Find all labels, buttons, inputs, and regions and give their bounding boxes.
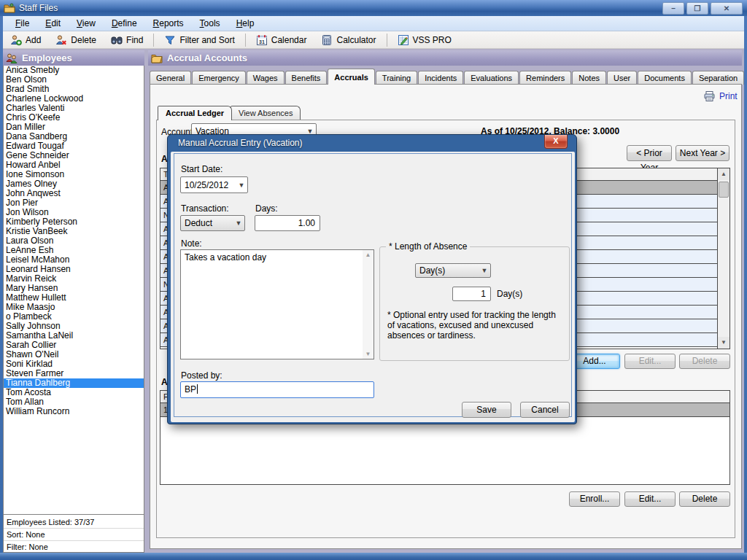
binoculars-icon	[111, 34, 123, 46]
tab-evaluations[interactable]: Evaluations	[464, 71, 519, 85]
menu-help[interactable]: Help	[228, 17, 263, 30]
tab-emergency[interactable]: Emergency	[192, 71, 246, 85]
dialog-content-panel: Start Date: 10/25/2012 ▼ Transaction: De…	[174, 153, 572, 417]
print-label: Print	[719, 91, 738, 101]
calendar-icon: 31	[256, 34, 268, 46]
next-year-button[interactable]: Next Year >	[676, 145, 729, 161]
days-label: Days:	[255, 203, 278, 214]
posted-by-value: BP	[185, 384, 196, 394]
menu-file[interactable]: File	[7, 17, 37, 30]
maximize-button[interactable]: ❐	[686, 2, 708, 15]
toolbar-separator	[387, 34, 387, 47]
transaction-label: Transaction:	[181, 203, 229, 214]
subtab-view-absences[interactable]: View Absences	[231, 106, 301, 120]
dialog-close-button[interactable]: X	[544, 135, 568, 149]
calendar-button[interactable]: 31 Calendar	[249, 32, 314, 48]
menu-tools[interactable]: Tools	[192, 17, 228, 30]
plans-edit-button[interactable]: Edit...	[624, 491, 676, 507]
employees-people-icon	[6, 52, 18, 64]
absence-suffix-label: Day(s)	[497, 289, 522, 299]
plans-delete-button[interactable]: Delete	[679, 491, 730, 507]
accrual-accounts-title: Accrual Accounts	[167, 52, 247, 63]
svg-text:31: 31	[259, 39, 265, 44]
posted-by-label: Posted by:	[181, 370, 222, 381]
vss-pro-button[interactable]: VSS PRO	[390, 32, 459, 48]
add-label: Add	[26, 35, 41, 45]
days-value: 1.00	[255, 216, 320, 228]
manual-accrual-entry-dialog: Manual Accrual Entry (Vacation) X Start …	[167, 134, 577, 424]
window-border-right	[744, 16, 747, 553]
tab-notes[interactable]: Notes	[572, 71, 606, 85]
tab-training[interactable]: Training	[376, 71, 417, 85]
tab-documents[interactable]: Documents	[638, 71, 692, 85]
window-title: Staff Files	[19, 3, 58, 13]
note-label: Note:	[181, 238, 202, 249]
absence-value-input[interactable]: 1	[452, 287, 491, 301]
posted-by-input[interactable]: BP	[180, 381, 374, 398]
add-button[interactable]: Add	[3, 32, 48, 48]
employees-panel-title: Employees	[22, 52, 72, 63]
dialog-title: Manual Accrual Entry (Vacation)	[178, 138, 303, 148]
chevron-down-icon: ▼	[236, 182, 247, 189]
prior-year-button[interactable]: < Prior Year	[627, 145, 672, 161]
vss-pro-icon	[398, 34, 409, 46]
scroll-down-icon[interactable]: ▼	[718, 337, 729, 349]
scroll-up-icon[interactable]: ▲	[363, 252, 374, 258]
note-textarea[interactable]: Takes a vacation day ▲ ▼	[180, 249, 374, 359]
tab-incidents[interactable]: Incidents	[418, 71, 463, 85]
tab-strip: GeneralEmergencyWagesBenefitsAccrualsTra…	[150, 69, 742, 85]
funnel-icon	[164, 34, 176, 46]
close-button[interactable]: ✕	[711, 2, 743, 15]
note-scrollbar[interactable]: ▲ ▼	[363, 250, 374, 359]
folder-icon	[151, 52, 163, 64]
tab-benefits[interactable]: Benefits	[285, 71, 328, 85]
toolbar-separator	[245, 34, 246, 47]
scrollbar-thumb[interactable]	[719, 182, 729, 198]
tab-accruals[interactable]: Accruals	[328, 69, 374, 85]
menu-define[interactable]: Define	[104, 17, 145, 30]
tab-wages[interactable]: Wages	[247, 71, 285, 85]
ledger-delete-button[interactable]: Delete	[679, 354, 730, 369]
filter-sort-button[interactable]: Filter and Sort	[157, 32, 241, 48]
dialog-body: Start Date: 10/25/2012 ▼ Transaction: De…	[171, 152, 575, 422]
absence-unit-combo[interactable]: Day(s) ▼	[415, 263, 491, 278]
scroll-down-icon[interactable]: ▼	[363, 351, 374, 357]
start-date-combo[interactable]: 10/25/2012 ▼	[180, 176, 248, 193]
menu-view[interactable]: View	[69, 17, 104, 30]
add-person-icon	[10, 34, 22, 46]
find-button[interactable]: Find	[104, 32, 150, 48]
start-date-value: 10/25/2012	[181, 180, 236, 190]
ledger-edit-button[interactable]: Edit...	[624, 354, 676, 369]
tab-general[interactable]: General	[150, 71, 191, 85]
print-link[interactable]: Print	[703, 90, 738, 102]
length-of-absence-group: * Length of Absence Day(s) ▼ 1 Day(s) * …	[379, 246, 570, 361]
accrual-accounts-header: Accrual Accounts	[148, 50, 742, 66]
cancel-button[interactable]: Cancel	[520, 402, 570, 418]
sort-status: Sort: None	[4, 528, 144, 540]
scroll-up-icon[interactable]: ▲	[718, 168, 729, 180]
enroll-button[interactable]: Enroll...	[569, 491, 620, 507]
menu-reports[interactable]: Reports	[145, 17, 192, 30]
tab-separation[interactable]: Separation	[692, 71, 744, 85]
app-window: Staff Files – ❐ ✕ FileEditViewDefineRepo…	[0, 0, 747, 560]
minimize-button[interactable]: –	[662, 2, 684, 15]
calculator-button[interactable]: Calculator	[314, 32, 383, 48]
text-caret	[197, 384, 198, 394]
chevron-down-icon: ▼	[233, 219, 244, 227]
calculator-icon	[321, 34, 333, 46]
tab-reminders[interactable]: Reminders	[519, 71, 571, 85]
vss-pro-label: VSS PRO	[413, 35, 452, 45]
employee-list-item[interactable]: William Runcorn	[4, 407, 144, 416]
ledger-scrollbar[interactable]: ▲ ▼	[717, 168, 729, 349]
subtab-accrual-ledger[interactable]: Accrual Ledger	[158, 106, 232, 120]
delete-label: Delete	[71, 35, 96, 45]
transaction-combo[interactable]: Deduct ▼	[180, 215, 245, 231]
tab-user[interactable]: User	[607, 71, 637, 85]
menu-edit[interactable]: Edit	[37, 17, 69, 30]
transaction-value: Deduct	[181, 218, 233, 228]
save-button[interactable]: Save	[462, 402, 511, 418]
delete-button[interactable]: Delete	[48, 32, 104, 48]
toolbar-separator	[153, 34, 154, 47]
days-input[interactable]: 1.00	[255, 215, 320, 231]
calendar-label: Calendar	[271, 35, 307, 45]
